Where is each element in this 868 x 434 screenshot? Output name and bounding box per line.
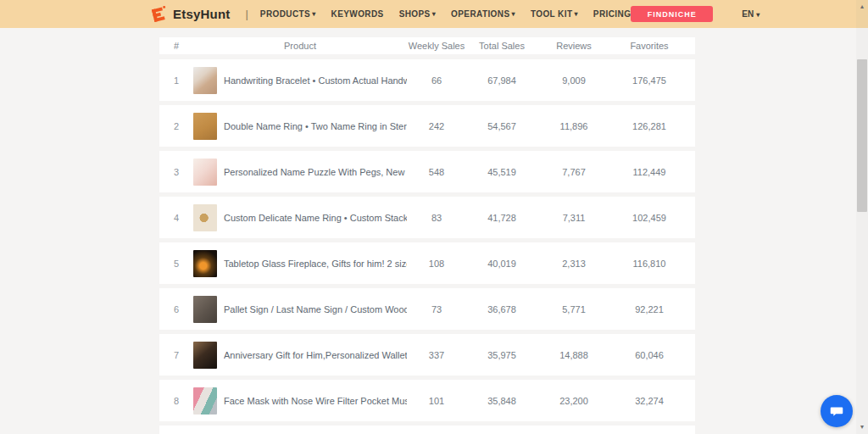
scrollbar-thumb[interactable] bbox=[857, 59, 867, 212]
weekly-sales-value: 337 bbox=[407, 350, 466, 360]
etsyhunt-logo-icon bbox=[151, 6, 168, 23]
vertical-scrollbar: ▴ ▾ bbox=[856, 0, 868, 434]
product-title-link[interactable]: Custom Delicate Name Ring • Custom Stack… bbox=[224, 213, 407, 223]
column-header-favorites: Favorites bbox=[610, 41, 688, 51]
column-header-weekly-sales: Weekly Sales bbox=[407, 41, 466, 51]
nav-item-pricing[interactable]: PRICING bbox=[593, 9, 631, 19]
weekly-sales-value: 66 bbox=[407, 75, 466, 86]
table-row[interactable]: 1 Handwriting Bracelet • Custom Actual H… bbox=[159, 59, 695, 101]
product-title-link[interactable]: Pallet Sign / Last Name Sign / Custom Wo… bbox=[224, 304, 407, 314]
row-rank: 8 bbox=[159, 396, 193, 406]
reviews-value: 23,200 bbox=[537, 396, 610, 406]
weekly-sales-value: 108 bbox=[407, 259, 466, 269]
product-title-link[interactable]: Face Mask with Nose Wire Filter Pocket M… bbox=[224, 396, 407, 406]
reviews-value: 11,896 bbox=[537, 121, 610, 131]
nav-item-label: KEYWORDS bbox=[331, 9, 384, 19]
personalized-wallet-photo[interactable] bbox=[193, 342, 217, 369]
nav-item-label: PRODUCTS bbox=[260, 9, 310, 19]
weekly-sales-value: 548 bbox=[407, 167, 466, 177]
chevron-down-icon: ▾ bbox=[574, 10, 577, 18]
favorites-value: 92,221 bbox=[610, 304, 688, 314]
weekly-sales-value: 83 bbox=[407, 213, 466, 223]
glass-fireplace-photo[interactable] bbox=[193, 250, 217, 277]
table-row[interactable]: 2 Double Name Ring • Two Name Ring in St… bbox=[159, 105, 695, 147]
product-title-link[interactable]: Personalized Name Puzzle With Pegs, New … bbox=[224, 167, 407, 177]
row-rank: 2 bbox=[159, 121, 193, 131]
weekly-sales-value: 242 bbox=[407, 121, 466, 131]
total-sales-value: 45,519 bbox=[466, 167, 537, 177]
product-title-link[interactable]: Tabletop Glass Fireplace, Gifts for him!… bbox=[224, 259, 407, 269]
column-header-reviews: Reviews bbox=[537, 41, 610, 51]
reviews-value: 9,009 bbox=[537, 75, 610, 86]
total-sales-value: 35,848 bbox=[466, 396, 537, 406]
column-header-product: Product bbox=[193, 41, 407, 51]
total-sales-value: 40,019 bbox=[466, 259, 537, 269]
total-sales-value: 41,728 bbox=[466, 213, 537, 223]
chevron-down-icon: ▾ bbox=[312, 10, 315, 18]
column-header-rank: # bbox=[159, 41, 193, 51]
row-rank: 5 bbox=[159, 259, 193, 269]
product-title-link[interactable]: Handwriting Bracelet • Custom Actual Han… bbox=[224, 75, 407, 86]
reviews-value: 5,771 bbox=[537, 304, 610, 314]
name-puzzle-photo[interactable] bbox=[193, 159, 217, 186]
nav-item-label: TOOL KIT bbox=[531, 9, 573, 19]
nav-item-keywords[interactable]: KEYWORDS bbox=[331, 9, 384, 19]
chat-bubble-icon bbox=[828, 403, 845, 420]
row-rank: 7 bbox=[159, 350, 193, 360]
table-row[interactable]: 7 Anniversary Gift for Him,Personalized … bbox=[159, 334, 695, 376]
row-rank: 3 bbox=[159, 167, 193, 177]
etsyhunt-logo[interactable]: EtsyHunt bbox=[151, 6, 230, 23]
stacking-rings-photo[interactable] bbox=[193, 204, 217, 231]
product-title-link[interactable]: Anniversary Gift for Him,Personalized Wa… bbox=[224, 350, 407, 360]
handwriting-bracelet-photo[interactable] bbox=[193, 67, 217, 94]
nav-item-label: SHOPS bbox=[399, 9, 431, 19]
pallet-sign-photo[interactable] bbox=[193, 296, 217, 323]
double-name-ring-photo[interactable] bbox=[193, 113, 217, 140]
brand-name: EtsyHunt bbox=[173, 7, 230, 21]
nav-item-shops[interactable]: SHOPS▾ bbox=[399, 9, 436, 19]
total-sales-value: 54,567 bbox=[466, 121, 537, 131]
reviews-value: 7,311 bbox=[537, 213, 610, 223]
table-row[interactable]: 3 Personalized Name Puzzle With Pegs, Ne… bbox=[159, 151, 695, 192]
row-rank: 4 bbox=[159, 213, 193, 223]
table-row-partial bbox=[159, 426, 695, 434]
column-header-total-sales: Total Sales bbox=[466, 41, 537, 51]
table-row[interactable]: 5 Tabletop Glass Fireplace, Gifts for hi… bbox=[159, 242, 695, 284]
nav-item-products[interactable]: PRODUCTS▾ bbox=[260, 9, 316, 19]
total-sales-value: 67,984 bbox=[466, 75, 537, 86]
chevron-down-icon: ▾ bbox=[756, 11, 760, 19]
scroll-down-arrow-icon[interactable]: ▾ bbox=[856, 422, 868, 432]
table-row[interactable]: 6 Pallet Sign / Last Name Sign / Custom … bbox=[159, 288, 695, 330]
favorites-value: 102,459 bbox=[610, 213, 688, 223]
table-row[interactable]: 4 Custom Delicate Name Ring • Custom Sta… bbox=[159, 197, 695, 238]
weekly-sales-value: 101 bbox=[407, 396, 466, 406]
reviews-value: 2,313 bbox=[537, 259, 610, 269]
face-mask-photo[interactable] bbox=[193, 387, 217, 415]
row-rank: 6 bbox=[159, 304, 193, 314]
weekly-sales-value: 73 bbox=[407, 304, 466, 314]
total-sales-value: 36,678 bbox=[466, 304, 537, 314]
favorites-value: 176,475 bbox=[610, 75, 688, 86]
table-header-row: # Product Weekly Sales Total Sales Revie… bbox=[159, 37, 695, 54]
chevron-down-icon: ▾ bbox=[432, 10, 436, 18]
table-row[interactable]: 8 Face Mask with Nose Wire Filter Pocket… bbox=[159, 380, 695, 421]
total-sales-value: 35,975 bbox=[466, 350, 537, 360]
top-navigation-bar: EtsyHunt | PRODUCTS▾ KEYWORDS SHOPS▾ OPE… bbox=[0, 0, 868, 28]
reviews-value: 14,888 bbox=[537, 350, 610, 360]
favorites-value: 116,810 bbox=[610, 259, 688, 269]
findniche-button[interactable]: FINDNICHE bbox=[631, 6, 713, 22]
product-title-link[interactable]: Double Name Ring • Two Name Ring in Ster… bbox=[224, 121, 407, 131]
chevron-down-icon: ▾ bbox=[512, 10, 515, 18]
chat-launcher-button[interactable] bbox=[821, 395, 853, 427]
favorites-value: 126,281 bbox=[610, 121, 688, 131]
scroll-up-arrow-icon[interactable]: ▴ bbox=[856, 2, 868, 12]
nav-item-label: PRICING bbox=[593, 9, 631, 19]
favorites-value: 32,274 bbox=[610, 396, 688, 406]
language-selector[interactable]: EN▾ bbox=[742, 9, 760, 19]
reviews-value: 7,767 bbox=[537, 167, 610, 177]
favorites-value: 112,449 bbox=[610, 167, 688, 177]
table-body: 1 Handwriting Bracelet • Custom Actual H… bbox=[159, 59, 695, 421]
nav-item-tool-kit[interactable]: TOOL KIT▾ bbox=[531, 9, 578, 19]
nav-divider: | bbox=[245, 8, 248, 20]
nav-item-operations[interactable]: OPERATIONS▾ bbox=[451, 9, 515, 19]
